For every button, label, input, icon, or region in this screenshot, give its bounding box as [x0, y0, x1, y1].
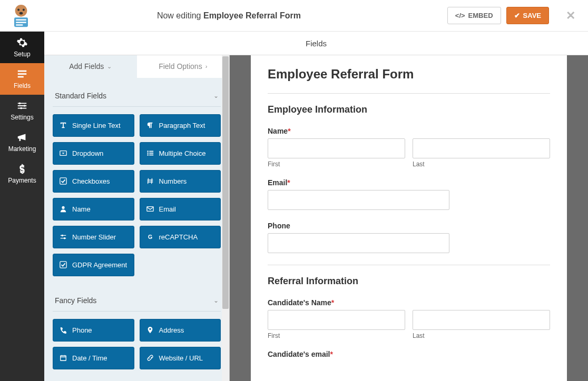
form-card[interactable]: Employee Referral Form Employee Informat… [251, 55, 567, 381]
field-paragraph-text[interactable]: Paragraph Text [140, 114, 221, 137]
paragraph-icon [146, 122, 154, 129]
embed-button[interactable]: </> EMBED [447, 7, 501, 24]
nav-marketing-label: Marketing [8, 145, 36, 153]
field-multiple-choice[interactable]: Multiple Choice [140, 142, 221, 165]
form-icon [16, 68, 28, 80]
field-label: GDPR Agreement [72, 261, 127, 269]
name-label: Name* [268, 127, 550, 135]
candidate-name-label-text: Candidate's Name [268, 298, 331, 307]
section-referral-info: Referral Information [268, 276, 550, 287]
nav-setup[interactable]: Setup [0, 32, 44, 63]
left-panel: Add Fields ⌄ Field Options › Standard Fi… [44, 55, 230, 381]
required-asterisk: * [287, 178, 290, 187]
group-fancy-fields[interactable]: Fancy Fields ⌄ [53, 290, 221, 312]
field-label: Number Slider [72, 233, 116, 241]
field-recaptcha[interactable]: GreCAPTCHA [140, 226, 221, 248]
svg-point-25 [62, 235, 64, 237]
tab-field-options-label: Field Options [159, 62, 202, 71]
field-label: Numbers [159, 177, 187, 185]
left-content: Standard Fields ⌄ Single Line Text Parag… [44, 78, 229, 381]
svg-point-0 [15, 4, 27, 16]
section-employee-info: Employee Information [268, 104, 550, 115]
phone-label: Phone [268, 222, 550, 230]
last-name-input[interactable] [413, 138, 550, 158]
tab-field-options[interactable]: Field Options › [137, 55, 230, 78]
nav-payments[interactable]: $ Payments [0, 158, 44, 189]
email-input[interactable] [268, 190, 449, 210]
candidate-last-name-input[interactable] [413, 310, 550, 330]
name-row: First Last [268, 138, 550, 168]
field-website[interactable]: Website / URL [140, 347, 221, 369]
svg-point-13 [20, 107, 22, 109]
app-logo [7, 2, 35, 29]
field-datetime[interactable]: Date / Time [53, 347, 134, 369]
recaptcha-icon: G [146, 233, 154, 240]
field-numbers[interactable]: Numbers [140, 170, 221, 193]
main-area: Setup Fields Settings Marketing $ Paymen… [0, 32, 588, 381]
svg-rect-6 [16, 22, 26, 23]
nav-fields-label: Fields [14, 82, 31, 89]
group-standard-fields[interactable]: Standard Fields ⌄ [53, 85, 221, 107]
save-label: SAVE [523, 12, 541, 19]
candidate-email-label: Candidate's email* [268, 350, 550, 358]
svg-rect-5 [16, 19, 26, 20]
phone-icon [60, 326, 67, 334]
panel-area: Fields Add Fields ⌄ Field Options › [44, 32, 588, 381]
phone-input[interactable] [268, 233, 449, 253]
divider [268, 93, 550, 94]
save-button[interactable]: ✔ SAVE [506, 7, 549, 24]
field-dropdown[interactable]: Dropdown [53, 142, 134, 165]
nav-marketing[interactable]: Marketing [0, 126, 44, 158]
sidebar-nav: Setup Fields Settings Marketing $ Paymen… [0, 32, 44, 381]
first-name-input[interactable] [268, 138, 405, 158]
field-email[interactable]: Email [140, 198, 221, 220]
field-label: Paragraph Text [159, 122, 205, 129]
panel-head: Fields [44, 32, 588, 55]
nav-settings[interactable]: Settings [0, 95, 44, 126]
check-icon: ✔ [514, 12, 520, 19]
svg-point-26 [64, 237, 66, 239]
close-icon[interactable]: ✕ [566, 9, 575, 23]
checkbox-icon [60, 177, 67, 185]
field-checkboxes[interactable]: Checkboxes [53, 170, 134, 193]
svg-point-18 [147, 153, 149, 154]
svg-rect-22 [60, 178, 66, 184]
field-label: reCAPTCHA [159, 233, 198, 241]
group-fancy-label: Fancy Fields [55, 296, 96, 305]
tab-add-fields[interactable]: Add Fields ⌄ [44, 55, 137, 78]
field-label: Address [159, 326, 184, 334]
nav-fields[interactable]: Fields [0, 63, 44, 95]
first-sublabel: First [268, 332, 405, 339]
group-standard-label: Standard Fields [55, 92, 106, 100]
required-asterisk: * [330, 350, 332, 358]
form-name-title: Employee Referral Form [203, 11, 301, 20]
tab-add-fields-label: Add Fields [69, 62, 104, 71]
list-icon [146, 149, 154, 157]
svg-rect-19 [149, 153, 153, 154]
user-icon [60, 205, 67, 213]
form-preview: Employee Referral Form Employee Informat… [230, 55, 588, 381]
email-label-text: Email [268, 178, 287, 187]
field-phone[interactable]: Phone [53, 319, 134, 342]
candidate-first-name-input[interactable] [268, 310, 405, 330]
field-label: Phone [72, 326, 92, 334]
field-number-slider[interactable]: Number Slider [53, 226, 134, 248]
field-name[interactable]: Name [53, 198, 134, 220]
field-address[interactable]: Address [140, 319, 221, 342]
field-label: Name [72, 205, 91, 213]
scrollbar-thumb[interactable] [222, 56, 229, 309]
field-label: Single Line Text [72, 122, 121, 129]
nav-payments-label: Payments [8, 177, 36, 184]
now-editing-prefix: Now editing [157, 11, 203, 20]
candidate-name-label: Candidate's Name* [268, 298, 550, 307]
field-gdpr[interactable]: GDPR Agreement [53, 254, 134, 276]
svg-text:$: $ [19, 164, 24, 174]
embed-label: EMBED [468, 12, 493, 19]
sliders-icon [16, 100, 28, 112]
field-single-line-text[interactable]: Single Line Text [53, 114, 134, 137]
name-label-text: Name [268, 127, 288, 135]
svg-rect-29 [61, 356, 66, 361]
chevron-down-icon: ⌄ [213, 297, 219, 304]
hash-icon [146, 177, 154, 185]
last-sublabel: Last [413, 161, 550, 168]
